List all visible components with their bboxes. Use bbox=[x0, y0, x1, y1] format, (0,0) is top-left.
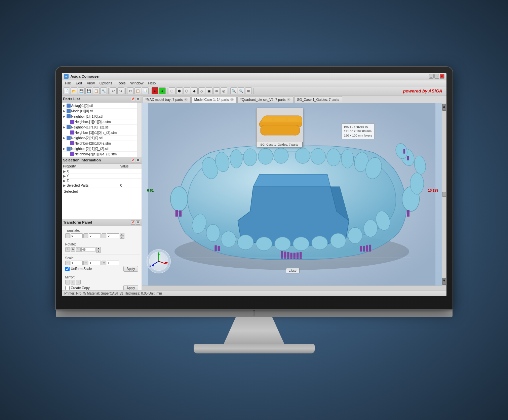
parts-list[interactable]: ▶ Antag[r1][0].stl ▶ Model[r1][0].stl bbox=[62, 103, 138, 157]
scale-x-icon[interactable]: ⇔ bbox=[65, 261, 70, 265]
stm-icon bbox=[70, 141, 74, 145]
toolbar-save2[interactable]: 💾 bbox=[85, 87, 92, 94]
list-item[interactable]: Neighbor-[2][r1][0]-s_(2).stm bbox=[63, 152, 137, 157]
selection-pin[interactable]: 📌 bbox=[131, 158, 135, 162]
toolbar-3d8[interactable]: ◎ bbox=[221, 87, 227, 94]
menu-file[interactable]: File bbox=[63, 81, 73, 85]
translate-down[interactable]: ▼ bbox=[120, 236, 124, 239]
translate-z-input[interactable] bbox=[107, 233, 119, 238]
translate-y-input[interactable] bbox=[89, 233, 101, 238]
rotate-z-icon[interactable]: ↻ bbox=[76, 247, 81, 252]
tab-sg-case-label: SG_Case 1_Guides: 7 parts bbox=[297, 98, 339, 102]
list-item[interactable]: ▶ Neighbor-[2][r1][0]_(2).stl bbox=[63, 146, 137, 152]
create-copy-checkbox[interactable] bbox=[65, 286, 70, 290]
toolbar-btn8[interactable]: ↪ bbox=[117, 87, 124, 94]
scroll-up-arrow[interactable]: ▲ bbox=[442, 104, 446, 111]
translate-z-icon[interactable]: ↔ bbox=[102, 233, 106, 238]
rotate-x-icon[interactable]: ↻ bbox=[65, 247, 70, 252]
toolbar-open[interactable]: 📂 bbox=[71, 87, 77, 94]
mirror-apply-button[interactable]: Apply bbox=[123, 285, 138, 290]
viewport-scrollbar-vertical[interactable]: ▲ ▼ bbox=[442, 103, 446, 285]
scale-z-input[interactable] bbox=[107, 261, 119, 265]
scroll-down-arrow[interactable]: ▼ bbox=[442, 278, 446, 285]
list-item[interactable]: ▶ Neighbor-[2][r1][0].stl bbox=[63, 136, 137, 141]
rotate-value-input[interactable] bbox=[81, 247, 95, 252]
menu-options[interactable]: Options bbox=[97, 81, 114, 85]
list-item[interactable]: Neighbor-[1][r1][0]-s_(2).stm bbox=[63, 130, 137, 136]
rotate-up[interactable]: ▲ bbox=[96, 247, 101, 250]
toolbar-3d4[interactable]: ◆ bbox=[191, 87, 198, 94]
tab-quadrant-close[interactable]: ✕ bbox=[287, 98, 290, 101]
rotate-down[interactable]: ▼ bbox=[96, 250, 101, 253]
tab-model-case[interactable]: Model Case 1: 14 parts ✕ bbox=[191, 96, 237, 103]
translate-up[interactable]: ▲ bbox=[120, 233, 124, 236]
scale-z-icon[interactable]: ⇔ bbox=[102, 261, 106, 265]
part-name: Neighbor-[2][r1][0]_(2).stl bbox=[71, 147, 109, 151]
toolbar-zoom-fit[interactable]: ⊞ bbox=[245, 87, 252, 94]
mirror-x-icon[interactable]: ↔ bbox=[65, 280, 70, 284]
toolbar-3d7[interactable]: ⊕ bbox=[213, 87, 220, 94]
menu-view[interactable]: View bbox=[85, 81, 97, 85]
toolbar-btn5[interactable]: 📋 bbox=[93, 87, 100, 94]
scale-y-icon[interactable]: ⇔ bbox=[83, 261, 88, 265]
transform-close[interactable]: ✕ bbox=[136, 220, 140, 225]
tab-max-model[interactable]: *MAX model tray: 7 parts ✕ bbox=[143, 96, 191, 103]
list-item[interactable]: Neighbor-[1][r1][0]-s.stm bbox=[63, 119, 137, 125]
list-item[interactable]: ▶ Neighbor-[1][r1][0].stl bbox=[63, 114, 137, 119]
toolbar-new[interactable]: 📄 bbox=[63, 87, 70, 94]
mirror-y-icon[interactable]: ↕ bbox=[71, 280, 75, 284]
toolbar-btn6[interactable]: 🔧 bbox=[100, 87, 107, 94]
toolbar-btn12[interactable]: ● bbox=[152, 87, 158, 94]
toolbar-btn10[interactable]: 📋 bbox=[134, 87, 141, 94]
toolbar-save[interactable]: 💾 bbox=[78, 87, 85, 94]
uniform-scale-checkbox[interactable] bbox=[65, 267, 70, 271]
maximize-button[interactable]: □ bbox=[434, 74, 439, 79]
tab-quadrant[interactable]: *Quadrant_die set_V2: 7 parts ✕ bbox=[237, 96, 294, 103]
toolbar-btn9[interactable]: ✂ bbox=[127, 87, 134, 94]
parts-list-close[interactable]: ✕ bbox=[136, 97, 140, 101]
selection-close[interactable]: ✕ bbox=[136, 158, 140, 162]
minimize-button[interactable]: _ bbox=[429, 74, 434, 79]
list-item[interactable]: Neighbor-[2][r1][0]-s.stm bbox=[63, 141, 137, 146]
toolbar-btn11[interactable]: 📑 bbox=[142, 87, 149, 94]
toolbar-btn13[interactable]: ● bbox=[159, 87, 166, 94]
transform-pin[interactable]: 📌 bbox=[131, 220, 135, 225]
scale-apply-button[interactable]: Apply bbox=[123, 266, 138, 272]
parts-list-scrollbar[interactable] bbox=[138, 103, 142, 157]
tab-sg-case[interactable]: SG_Case 1_Guides: 7 parts bbox=[294, 96, 342, 103]
toolbar-btn7[interactable]: ↩ bbox=[110, 87, 117, 94]
toolbar-3d2[interactable]: ⬢ bbox=[176, 87, 183, 94]
menu-edit[interactable]: Edit bbox=[74, 81, 84, 85]
toolbar-3d6[interactable]: ▣ bbox=[206, 87, 212, 94]
translate-y-icon[interactable]: ↔ bbox=[83, 233, 88, 238]
toolbar-zoom-out[interactable]: 🔍 bbox=[238, 87, 244, 94]
tab-max-model-close[interactable]: ✕ bbox=[184, 98, 188, 101]
list-item[interactable]: ▶ Model[r1][0].stl bbox=[63, 109, 137, 114]
toolbar-3d3[interactable]: ⬡ bbox=[184, 87, 190, 94]
toolbar-sep4 bbox=[167, 88, 167, 94]
close-overlay-button[interactable]: Close bbox=[286, 268, 300, 273]
toolbar-3d1[interactable]: ⬡ bbox=[169, 87, 175, 94]
viewport-canvas[interactable]: SG_Case 1_Guides: 7 parts Pro 1 - 150x93… bbox=[142, 103, 442, 285]
viewport[interactable]: *MAX model tray: 7 parts ✕ Model Case 1:… bbox=[142, 96, 446, 290]
menu-tools[interactable]: Tools bbox=[115, 81, 128, 85]
translate-x-input[interactable] bbox=[71, 233, 83, 238]
menu-help[interactable]: Help bbox=[146, 81, 158, 85]
mirror-z-icon[interactable]: ↨ bbox=[76, 280, 81, 284]
translate-x-icon[interactable]: ↔ bbox=[65, 233, 70, 238]
scale-x-input[interactable] bbox=[71, 261, 83, 265]
scroll-thumb[interactable] bbox=[442, 192, 446, 197]
tab-model-case-close[interactable]: ✕ bbox=[230, 98, 234, 101]
parts-list-pin[interactable]: 📌 bbox=[131, 97, 135, 101]
toolbar-3d5[interactable]: ◇ bbox=[198, 87, 205, 94]
rotate-y-icon[interactable]: ↻ bbox=[71, 247, 75, 252]
toolbar-zoom-in[interactable]: 🔍 bbox=[230, 87, 237, 94]
toolbar-sep5 bbox=[229, 88, 229, 94]
viewport-scrollbar-horizontal[interactable] bbox=[142, 285, 446, 290]
close-button[interactable]: ✕ bbox=[440, 74, 444, 79]
list-item[interactable]: ▶ Antag[r1][0].stl bbox=[63, 103, 137, 109]
menu-window[interactable]: Window bbox=[128, 81, 145, 85]
prop-y-label: ▶ Y bbox=[62, 174, 119, 178]
list-item[interactable]: ▶ Neighbor-[1][r1][0]_(2).stl bbox=[63, 125, 137, 130]
scale-y-input[interactable] bbox=[89, 261, 101, 265]
